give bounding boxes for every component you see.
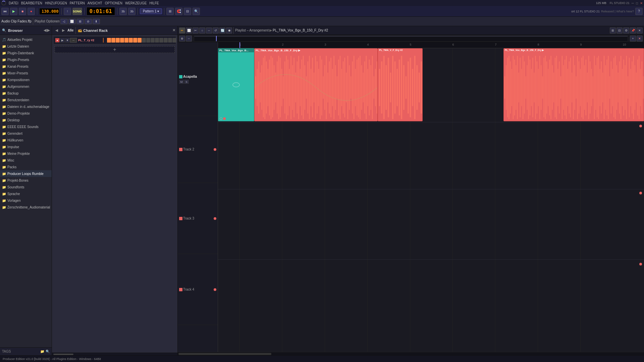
- info-bar-btn2[interactable]: ⬜: [68, 19, 76, 24]
- step-9[interactable]: [146, 38, 150, 43]
- pl-zoom-out-btn[interactable]: ⊟: [616, 27, 623, 34]
- sidebar-item-aktuelles-projekt[interactable]: 🎵 Aktuelles Projekt: [0, 36, 52, 43]
- clip-coral-acapella-3[interactable]: PL_TMA_Vox_Bgv_B_150_F_Dry ▶: [503, 48, 644, 121]
- step-1[interactable]: [111, 38, 115, 43]
- menu-hilfe[interactable]: HILFE: [149, 1, 159, 5]
- channel-rack-prev-icon[interactable]: ◀: [54, 28, 59, 33]
- ch-mute-btn[interactable]: ●: [55, 38, 60, 43]
- step-14[interactable]: [168, 38, 172, 43]
- ch-vol-knob[interactable]: ─: [70, 38, 77, 43]
- sidebar-item-soundfonts[interactable]: 📁 Soundfonts: [0, 184, 52, 190]
- hscrollbar-thumb[interactable]: [178, 353, 271, 355]
- playlist-hscrollbar[interactable]: [178, 352, 644, 355]
- sidebar-item-kanal-presets[interactable]: 📁 Kanal-Presets: [0, 63, 52, 70]
- midi-btn[interactable]: 3b: [119, 8, 127, 15]
- step-15[interactable]: [172, 38, 176, 43]
- sidebar-item-sprache[interactable]: 📁 Sprache: [0, 190, 52, 197]
- sidebar-item-vorlagen[interactable]: 📁 Vorlagen: [0, 197, 52, 204]
- track-solo-acapella[interactable]: S: [184, 80, 189, 84]
- info-bar-btn3[interactable]: ⊞: [76, 19, 84, 24]
- tags-folder-icon[interactable]: 📁: [40, 350, 44, 353]
- track-item-2[interactable]: Track 2: [178, 116, 218, 183]
- track-item-3[interactable]: Track 3: [178, 183, 218, 254]
- sidebar-item-meine-projekte[interactable]: 📁 Meine Projekte: [0, 150, 52, 157]
- tags-search-icon[interactable]: 🔍: [46, 350, 50, 353]
- back-to-start-btn[interactable]: ⏮: [1, 8, 9, 15]
- clip-teal-acapella[interactable]: PL_TMA_Vox_Bgv_B...: [218, 48, 254, 121]
- pl-x-btn[interactable]: ✕: [637, 36, 643, 42]
- play-btn[interactable]: ▶: [10, 8, 17, 15]
- step-5[interactable]: [129, 38, 133, 43]
- sidebar-nav-next[interactable]: ▶: [47, 28, 50, 33]
- sidebar-item-impulse[interactable]: 📁 Impulse: [0, 143, 52, 150]
- pl-delete-btn[interactable]: ✂: [193, 27, 199, 34]
- step-10[interactable]: [151, 38, 155, 43]
- scrollbar-thumb[interactable]: [53, 354, 73, 355]
- sidebar-item-letzte-dateien[interactable]: 📁 Letzte Dateien: [0, 43, 52, 50]
- pl-select-btn[interactable]: ⬜: [186, 27, 192, 34]
- grid-btn[interactable]: ⊟: [184, 8, 191, 15]
- track-color-2[interactable]: [179, 148, 182, 151]
- sidebar-item-backup[interactable]: 📁 Backup: [0, 90, 52, 97]
- mixer-btn[interactable]: 3b: [128, 8, 136, 15]
- step-8[interactable]: [142, 38, 146, 43]
- sidebar-item-benutzerdaten[interactable]: 📁 Benutzerdaten: [0, 97, 52, 103]
- sidebar-item-mixer-presets[interactable]: 📁 Mixer-Presets: [0, 70, 52, 76]
- track-color-acapella[interactable]: [179, 75, 182, 78]
- step-13[interactable]: [164, 38, 168, 43]
- track-color-4[interactable]: [179, 288, 182, 291]
- channel-rack-scrollbar[interactable]: [52, 353, 177, 355]
- sidebar-item-gerendert[interactable]: 📁 Gerendert: [0, 130, 52, 137]
- sidebar-item-aufgenommen[interactable]: 📁 Aufgenommen: [0, 83, 52, 90]
- sidebar-item-desktop[interactable]: 📁 Desktop: [0, 117, 52, 123]
- step-12[interactable]: [159, 38, 163, 43]
- sidebar-item-plugin-presets[interactable]: 📁 Plugin-Presets: [0, 56, 52, 63]
- pl-nav-btn2[interactable]: ↔: [186, 36, 192, 42]
- step-0[interactable]: [107, 38, 111, 43]
- pattern-selector[interactable]: Pattern 1 ▾: [140, 8, 162, 14]
- sidebar-item-producer-loops[interactable]: 📁 Producer Loops Rumble: [0, 170, 52, 177]
- clip-coral-acapella-main[interactable]: PL_TMA_Vox_Bgv_B_150_F_Dry ▶: [254, 48, 378, 121]
- menu-optionen[interactable]: OPTIONEN: [105, 1, 122, 5]
- pl-close-btn[interactable]: ✕: [637, 27, 643, 34]
- channel-row-1[interactable]: ● ▶ ▼ ─ PL_T_ry #2: [53, 36, 176, 44]
- magnet-btn[interactable]: 🧲: [175, 8, 182, 15]
- menu-werkzeuge[interactable]: WERKZEUGE: [125, 1, 147, 5]
- step-11[interactable]: [155, 38, 159, 43]
- pl-plus-btn[interactable]: +: [630, 36, 636, 42]
- pl-zoom-in-btn[interactable]: ⊞: [610, 27, 616, 34]
- close-btn[interactable]: ✕: [640, 1, 643, 5]
- pl-zoom-btn[interactable]: ↺: [213, 27, 219, 34]
- track-item-4[interactable]: Track 4: [178, 254, 218, 325]
- step-4[interactable]: [124, 38, 128, 43]
- pl-mute-btn[interactable]: ○: [199, 27, 205, 34]
- sidebar-item-eeee[interactable]: 📁 EEEE EEEE Sounds: [0, 123, 52, 130]
- track-item-acapella[interactable]: Acapella M S: [178, 42, 218, 116]
- step-3[interactable]: [120, 38, 124, 43]
- snap-btn[interactable]: ⊞: [166, 8, 174, 15]
- zoom-btn[interactable]: 🔍: [193, 8, 200, 15]
- clip-coral-acapella-2[interactable]: PL_TMA_V_F_Dry #2: [378, 48, 422, 121]
- menu-datei[interactable]: DATEI: [9, 1, 18, 5]
- info-bar-btn4[interactable]: ⊘: [85, 19, 92, 24]
- maximize-btn[interactable]: □: [636, 1, 638, 5]
- menu-ansicht[interactable]: ANSICHT: [88, 1, 102, 5]
- pl-loop-btn[interactable]: 🔄: [219, 27, 225, 34]
- menu-pattern[interactable]: PATTERN: [70, 1, 85, 5]
- song-btn[interactable]: SONG: [72, 8, 82, 15]
- sidebar-item-zerschnittene[interactable]: 📁 Zerschnittene_Audiomaterial: [0, 204, 52, 210]
- sidebar-item-packs[interactable]: 📁 Packs: [0, 164, 52, 170]
- bpm-display[interactable]: 130.000: [39, 8, 59, 15]
- pl-draw-btn[interactable]: ✏: [179, 27, 185, 34]
- loop-btn[interactable]: ↑: [64, 8, 71, 15]
- record-btn[interactable]: ●: [28, 8, 35, 15]
- add-channel-btn[interactable]: +: [55, 46, 175, 53]
- pl-settings-btn[interactable]: ⚙: [623, 27, 629, 34]
- sidebar-item-projekt-bones[interactable]: 📁 Projekt-Bones: [0, 177, 52, 184]
- pl-rec-btn[interactable]: ⏺: [226, 27, 232, 34]
- minimize-btn[interactable]: ─: [632, 1, 634, 5]
- sidebar-item-plugin-datenbank[interactable]: 📁 Plugin-Datenbank: [0, 50, 52, 56]
- help-btn[interactable]: ?: [635, 8, 643, 15]
- pl-pin-btn[interactable]: 📌: [630, 27, 636, 34]
- pl-slip-btn[interactable]: ↔: [206, 27, 212, 34]
